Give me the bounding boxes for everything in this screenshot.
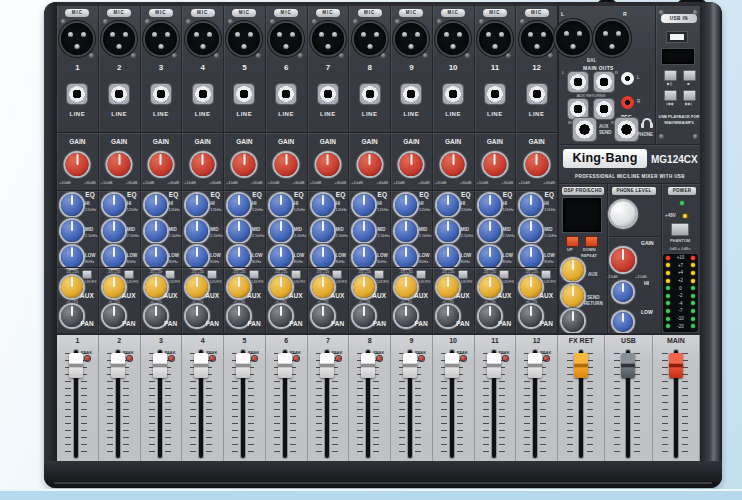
eq-low-knob[interactable] (437, 246, 459, 268)
fader-handle[interactable] (528, 353, 542, 378)
eq-hi-knob[interactable] (270, 194, 292, 216)
fx-ret-fader-handle[interactable] (574, 353, 588, 378)
eq-mid-knob[interactable] (479, 220, 501, 242)
mic-xlr-input (521, 23, 553, 55)
aux-fx-switch[interactable] (499, 270, 509, 279)
aux-fx-switch[interactable] (332, 270, 342, 279)
aux-fx-switch[interactable] (416, 270, 426, 279)
eq-low-knob[interactable] (228, 246, 250, 268)
fader-scale (614, 353, 620, 457)
aux-fx-switch[interactable] (82, 270, 92, 279)
eq-hi-knob[interactable] (145, 194, 167, 216)
gain-knob[interactable] (525, 153, 548, 176)
eq-low-knob[interactable] (270, 246, 292, 268)
eq-mid-knob[interactable] (228, 220, 250, 242)
eq-low-knob[interactable] (312, 246, 334, 268)
gain-knob[interactable] (66, 153, 89, 176)
fader-handle[interactable] (403, 353, 417, 378)
gain-knob[interactable] (108, 153, 131, 176)
eq-hi-knob[interactable] (228, 194, 250, 216)
usb-stop-button[interactable] (683, 70, 696, 81)
fader-handle[interactable] (69, 353, 83, 378)
fx-aux-knob[interactable] (562, 259, 584, 281)
eq-mid-knob[interactable] (520, 220, 542, 242)
usb-hi-knob[interactable] (613, 282, 633, 302)
eq-mid-knob[interactable] (437, 220, 459, 242)
usb-play-button[interactable] (664, 70, 677, 81)
gain-knob[interactable] (442, 153, 465, 176)
eq-mid-knob[interactable] (270, 220, 292, 242)
usb-prev-button[interactable] (664, 90, 677, 101)
aux-fx-switch[interactable] (458, 270, 468, 279)
eq-low-knob[interactable] (520, 246, 542, 268)
gain-knob[interactable] (483, 153, 506, 176)
gain-knob[interactable] (191, 153, 214, 176)
eq-low-knob[interactable] (103, 246, 125, 268)
eq-low-label: LOW (169, 253, 180, 258)
eq-mid-knob[interactable] (353, 220, 375, 242)
eq-mid-knob[interactable] (312, 220, 334, 242)
aux-fx-switch[interactable] (291, 270, 301, 279)
eq-hi-knob[interactable] (61, 194, 83, 216)
eq-hi-knob[interactable] (395, 194, 417, 216)
eq-mid-knob[interactable] (145, 220, 167, 242)
aux-fx-switch-label: AUX/FX (82, 279, 96, 284)
usb-next-button[interactable] (683, 90, 696, 101)
fx-level-knob[interactable] (562, 310, 584, 332)
eq-low-knob[interactable] (353, 246, 375, 268)
eq-hi-knob[interactable] (186, 194, 208, 216)
usb-low-knob[interactable] (613, 312, 633, 332)
mic-xlr-input (395, 23, 427, 55)
pan-label: PAN (248, 320, 261, 327)
main-fader-handle[interactable] (669, 353, 683, 378)
eq-low-knob[interactable] (61, 246, 83, 268)
rec-r-rca (621, 96, 634, 109)
eq-mid-knob[interactable] (186, 220, 208, 242)
fader-handle[interactable] (194, 353, 208, 378)
eq-low-knob[interactable] (145, 246, 167, 268)
aux-fx-switch[interactable] (165, 270, 175, 279)
usb-fader-handle[interactable] (621, 353, 635, 378)
gain-knob[interactable] (358, 153, 381, 176)
eq-low-knob[interactable] (395, 246, 417, 268)
aux-fx-switch[interactable] (249, 270, 259, 279)
eq-hi-knob[interactable] (312, 194, 334, 216)
gain-knob[interactable] (149, 153, 172, 176)
eq-hi-knob[interactable] (353, 194, 375, 216)
gain-knob[interactable] (316, 153, 339, 176)
dsp-down-button[interactable] (585, 236, 598, 247)
fader-handle[interactable] (320, 353, 334, 378)
mic-label: MIC (358, 9, 382, 17)
phone-level-knob[interactable] (610, 201, 636, 227)
eq-hi-knob[interactable] (520, 194, 542, 216)
aux-fx-switch[interactable] (541, 270, 551, 279)
fader-handle[interactable] (236, 353, 250, 378)
channel-number: 9 (391, 337, 432, 344)
meter-led (691, 256, 695, 260)
eq-low-knob[interactable] (479, 246, 501, 268)
fader-handle[interactable] (111, 353, 125, 378)
fader-handle[interactable] (445, 353, 459, 378)
dsp-up-button[interactable] (566, 236, 579, 247)
fader-handle[interactable] (278, 353, 292, 378)
eq-mid-knob[interactable] (103, 220, 125, 242)
eq-mid-knob[interactable] (395, 220, 417, 242)
gain-knob[interactable] (233, 153, 256, 176)
phantom-button[interactable] (671, 223, 689, 236)
eq-mid-knob[interactable] (61, 220, 83, 242)
rec-l-rca (621, 72, 634, 85)
fader-handle[interactable] (487, 353, 501, 378)
aux-fx-switch[interactable] (207, 270, 217, 279)
fader-handle[interactable] (361, 353, 375, 378)
aux-fx-switch[interactable] (374, 270, 384, 279)
fx-send-knob[interactable] (562, 285, 584, 307)
fader-handle[interactable] (153, 353, 167, 378)
eq-hi-knob[interactable] (479, 194, 501, 216)
gain-knob[interactable] (275, 153, 298, 176)
eq-low-knob[interactable] (186, 246, 208, 268)
usb-gain-knob[interactable] (611, 248, 635, 272)
eq-hi-knob[interactable] (437, 194, 459, 216)
eq-hi-knob[interactable] (103, 194, 125, 216)
aux-fx-switch[interactable] (124, 270, 134, 279)
gain-knob[interactable] (400, 153, 423, 176)
